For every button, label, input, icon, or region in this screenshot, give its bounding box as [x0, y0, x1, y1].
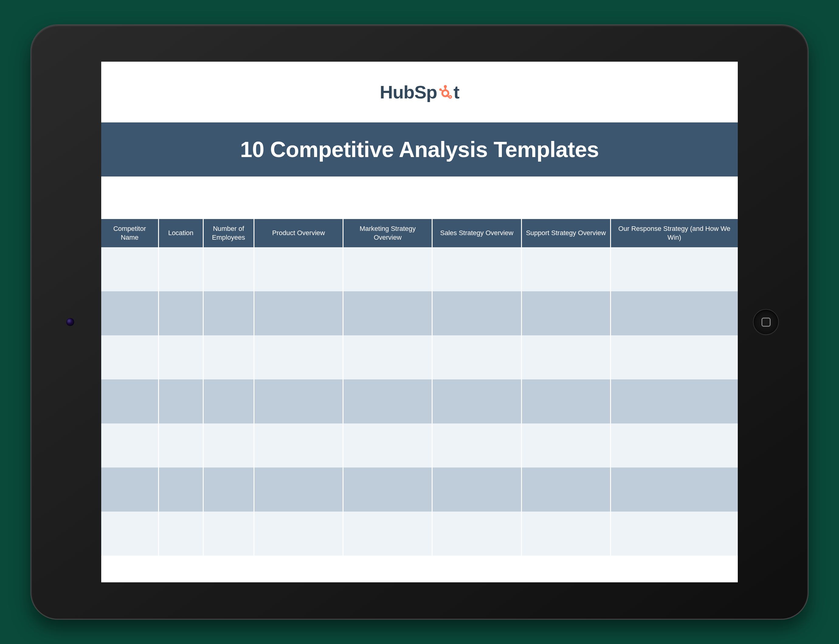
table-cell[interactable] [158, 424, 203, 468]
table-cell[interactable] [610, 511, 738, 555]
table-cell[interactable] [521, 291, 610, 335]
front-camera-icon [66, 318, 74, 326]
logo-text-part2: t [453, 82, 459, 103]
table-cell[interactable] [610, 335, 738, 380]
logo-text-part1: HubSp [380, 82, 437, 103]
table-cell[interactable] [158, 335, 203, 380]
column-header-location: Location [158, 219, 203, 247]
table-cell[interactable] [343, 380, 432, 424]
table-cell[interactable] [343, 424, 432, 468]
table-cell[interactable] [158, 247, 203, 291]
table-cell[interactable] [101, 335, 158, 380]
svg-rect-2 [444, 87, 446, 91]
table-cell[interactable] [203, 335, 254, 380]
column-header-support-strategy: Support Strategy Overview [521, 219, 610, 247]
table-cell[interactable] [343, 291, 432, 335]
table-cell[interactable] [521, 511, 610, 555]
table-cell[interactable] [254, 511, 343, 555]
table-cell[interactable] [521, 247, 610, 291]
spacer [101, 176, 738, 219]
table-cell[interactable] [343, 247, 432, 291]
table-row[interactable] [101, 511, 738, 555]
table-cell[interactable] [101, 380, 158, 424]
competitive-analysis-table: Competitor Name Location Number of Emplo… [101, 219, 738, 555]
table-body [101, 247, 738, 555]
table-cell[interactable] [521, 424, 610, 468]
table-cell[interactable] [203, 511, 254, 555]
table-cell[interactable] [432, 511, 521, 555]
tablet-screen: HubSp t [101, 62, 738, 582]
table-cell[interactable] [254, 380, 343, 424]
table-row[interactable] [101, 468, 738, 511]
page-title: 10 Competitive Analysis Templates [101, 122, 738, 176]
table-cell[interactable] [203, 291, 254, 335]
table-cell[interactable] [610, 291, 738, 335]
table-cell[interactable] [203, 247, 254, 291]
table-cell[interactable] [158, 511, 203, 555]
table-cell[interactable] [101, 291, 158, 335]
table-row[interactable] [101, 291, 738, 335]
table-cell[interactable] [432, 468, 521, 511]
table-cell[interactable] [521, 468, 610, 511]
table-row[interactable] [101, 424, 738, 468]
table-cell[interactable] [432, 291, 521, 335]
table-cell[interactable] [254, 291, 343, 335]
table-cell[interactable] [101, 247, 158, 291]
sprocket-icon [437, 84, 453, 100]
column-header-sales-strategy: Sales Strategy Overview [432, 219, 521, 247]
table-cell[interactable] [254, 247, 343, 291]
table-cell[interactable] [343, 335, 432, 380]
brand-logo-area: HubSp t [101, 62, 738, 122]
table-cell[interactable] [158, 468, 203, 511]
table-cell[interactable] [610, 247, 738, 291]
column-header-product-overview: Product Overview [254, 219, 343, 247]
table-cell[interactable] [521, 380, 610, 424]
home-button[interactable] [753, 309, 779, 335]
column-header-competitor-name: Competitor Name [101, 219, 158, 247]
table-cell[interactable] [203, 468, 254, 511]
column-header-response-strategy: Our Response Strategy (and How We Win) [610, 219, 738, 247]
table-cell[interactable] [254, 424, 343, 468]
table-cell[interactable] [432, 380, 521, 424]
table-cell[interactable] [432, 247, 521, 291]
table-row[interactable] [101, 247, 738, 291]
table-cell[interactable] [432, 424, 521, 468]
table-header-row: Competitor Name Location Number of Emplo… [101, 219, 738, 247]
table-cell[interactable] [343, 511, 432, 555]
table-cell[interactable] [158, 291, 203, 335]
table-cell[interactable] [521, 335, 610, 380]
table-cell[interactable] [101, 511, 158, 555]
table-cell[interactable] [254, 335, 343, 380]
table-cell[interactable] [610, 380, 738, 424]
svg-point-5 [449, 96, 452, 98]
table-cell[interactable] [610, 424, 738, 468]
column-header-employees: Number of Employees [203, 219, 254, 247]
table-cell[interactable] [610, 468, 738, 511]
home-button-icon [762, 317, 771, 327]
column-header-marketing-strategy: Marketing Strategy Overview [343, 219, 432, 247]
tablet-device-frame: HubSp t [30, 24, 809, 620]
table-cell[interactable] [158, 380, 203, 424]
hubspot-logo: HubSp t [380, 82, 459, 103]
table-cell[interactable] [343, 468, 432, 511]
table-cell[interactable] [432, 335, 521, 380]
table-cell[interactable] [203, 424, 254, 468]
table-cell[interactable] [101, 468, 158, 511]
table-cell[interactable] [203, 380, 254, 424]
table-row[interactable] [101, 380, 738, 424]
table-cell[interactable] [101, 424, 158, 468]
table-cell[interactable] [254, 468, 343, 511]
table-row[interactable] [101, 335, 738, 380]
